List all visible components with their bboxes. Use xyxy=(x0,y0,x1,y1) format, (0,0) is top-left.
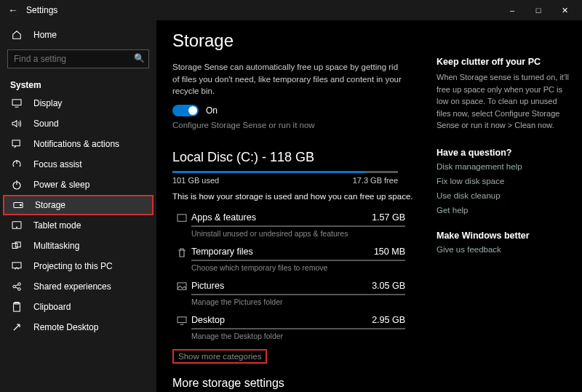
pictures-icon xyxy=(172,282,191,291)
clipboard-icon xyxy=(10,302,23,312)
desktop-icon xyxy=(172,316,191,325)
better-heading: Make Windows better xyxy=(436,231,572,241)
maximize-button[interactable]: □ xyxy=(525,0,551,20)
content-side: Keep clutter off your PC When Storage se… xyxy=(436,20,582,392)
free-label: 17.3 GB free xyxy=(353,176,398,185)
sound-icon xyxy=(10,119,23,128)
sidebar-item-power[interactable]: Power & sleep xyxy=(0,175,156,195)
sidebar-item-clipboard[interactable]: Clipboard xyxy=(0,297,156,317)
svg-point-7 xyxy=(20,204,22,206)
disk-heading: Local Disc (C:) - 118 GB xyxy=(172,150,420,165)
tablet-icon xyxy=(10,221,23,230)
sidebar-item-projecting[interactable]: Projecting to this PC xyxy=(0,256,156,276)
projecting-icon xyxy=(10,262,23,271)
search-input[interactable] xyxy=(7,49,149,68)
home-label: Home xyxy=(33,30,57,40)
svg-line-16 xyxy=(15,284,17,286)
svg-point-13 xyxy=(13,285,15,287)
svg-rect-0 xyxy=(12,100,21,105)
svg-rect-22 xyxy=(178,317,186,323)
svg-line-17 xyxy=(15,287,17,289)
close-button[interactable]: ✕ xyxy=(551,0,578,20)
page-title: Storage xyxy=(172,31,420,51)
svg-rect-10 xyxy=(12,244,17,249)
back-button[interactable]: ← xyxy=(4,4,22,16)
question-heading: Have a question? xyxy=(436,148,572,158)
trash-icon xyxy=(172,248,191,258)
search-field[interactable]: 🔍 xyxy=(7,49,149,68)
category-pictures[interactable]: Pictures3.05 GB Manage the Pictures fold… xyxy=(172,276,405,311)
titlebar: ← Settings – □ ✕ xyxy=(0,0,582,20)
sidebar-item-shared[interactable]: Shared experiences xyxy=(0,276,156,297)
more-settings-heading: More storage settings xyxy=(172,377,420,390)
sidebar-item-multitasking[interactable]: Multitasking xyxy=(0,236,156,256)
section-label: System xyxy=(0,76,156,93)
svg-point-9 xyxy=(16,227,17,228)
window-title: Settings xyxy=(26,5,57,15)
category-temp[interactable]: Temporary files150 MB Choose which tempo… xyxy=(172,242,405,276)
svg-point-15 xyxy=(18,288,20,290)
storage-sense-desc: Storage Sense can automatically free up … xyxy=(172,61,405,97)
sidebar-item-display[interactable]: Display xyxy=(0,93,156,113)
sidebar: Home 🔍 System Display Sound Notification… xyxy=(0,20,156,392)
usage-bar xyxy=(172,171,398,173)
feedback-link[interactable]: Give us feedback xyxy=(436,245,572,254)
power-icon xyxy=(10,180,23,190)
svg-rect-20 xyxy=(178,215,186,221)
search-icon: 🔍 xyxy=(134,53,145,63)
shared-icon xyxy=(10,282,23,291)
sidebar-item-remote[interactable]: Remote Desktop xyxy=(0,317,156,337)
category-apps[interactable]: Apps & features1.57 GB Uninstall unused … xyxy=(172,208,405,242)
show-more-categories[interactable]: Show more categories xyxy=(172,349,267,364)
category-desktop[interactable]: Desktop2.95 GB Manage the Desktop folder xyxy=(172,311,405,345)
home-icon xyxy=(10,30,23,40)
focus-assist-icon xyxy=(10,159,23,169)
svg-rect-2 xyxy=(12,140,20,146)
sidebar-item-tablet[interactable]: Tablet mode xyxy=(0,215,156,236)
sidebar-item-focus-assist[interactable]: Focus assist xyxy=(0,154,156,175)
link-disk-mgmt[interactable]: Disk management help xyxy=(436,162,572,171)
notifications-icon xyxy=(10,140,23,148)
link-get-help[interactable]: Get help xyxy=(436,206,572,215)
sidebar-item-storage[interactable]: Storage xyxy=(3,195,154,215)
link-disk-cleanup[interactable]: Use disk cleanup xyxy=(436,191,572,200)
storage-sense-toggle[interactable] xyxy=(172,105,199,116)
svg-rect-11 xyxy=(15,242,20,247)
link-low-disk[interactable]: Fix low disk space xyxy=(436,177,572,185)
sidebar-item-notifications[interactable]: Notifications & actions xyxy=(0,134,156,154)
apps-icon xyxy=(172,214,191,223)
minimize-button[interactable]: – xyxy=(499,0,525,20)
keep-clutter-text: When Storage sense is turned on, it'll f… xyxy=(436,71,572,132)
display-icon xyxy=(10,99,23,108)
remote-icon xyxy=(10,322,23,332)
content-main: Storage Storage Sense can automatically … xyxy=(156,20,436,392)
home-button[interactable]: Home xyxy=(0,25,156,45)
svg-point-14 xyxy=(18,283,20,285)
configure-link[interactable]: Configure Storage Sense or run it now xyxy=(172,121,420,129)
svg-rect-21 xyxy=(178,283,186,289)
used-label: 101 GB used xyxy=(172,176,219,185)
toggle-label: On xyxy=(206,105,218,116)
multitasking-icon xyxy=(10,241,23,250)
sidebar-item-sound[interactable]: Sound xyxy=(0,113,156,134)
how-text: This is how your storage is used and how… xyxy=(172,192,420,201)
storage-icon xyxy=(12,201,25,209)
keep-clutter-heading: Keep clutter off your PC xyxy=(436,57,572,67)
